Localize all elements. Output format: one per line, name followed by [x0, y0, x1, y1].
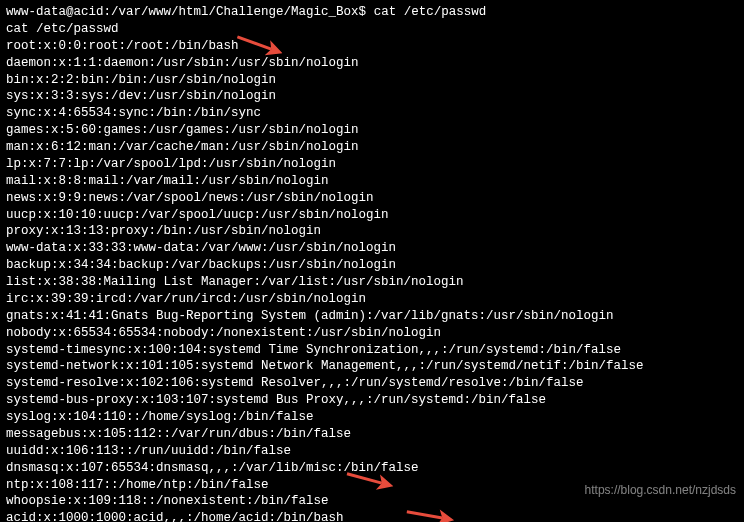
prompt-sep: $	[359, 4, 367, 21]
passwd-line: systemd-network:x:101:105:systemd Networ…	[6, 358, 738, 375]
passwd-line: irc:x:39:39:ircd:/var/run/ircd:/usr/sbin…	[6, 291, 738, 308]
passwd-line: sync:x:4:65534:sync:/bin:/bin/sync	[6, 105, 738, 122]
passwd-line: systemd-timesync:x:100:104:systemd Time …	[6, 342, 738, 359]
passwd-line: nobody:x:65534:65534:nobody:/nonexistent…	[6, 325, 738, 342]
passwd-line: www-data:x:33:33:www-data:/var/www:/usr/…	[6, 240, 738, 257]
prompt-space	[366, 4, 374, 21]
passwd-line: sys:x:3:3:sys:/dev:/usr/sbin/nologin	[6, 88, 738, 105]
passwd-line: systemd-resolve:x:102:106:systemd Resolv…	[6, 375, 738, 392]
passwd-line: root:x:0:0:root:/root:/bin/bash	[6, 38, 738, 55]
passwd-line: proxy:x:13:13:proxy:/bin:/usr/sbin/nolog…	[6, 223, 738, 240]
passwd-line: uuidd:x:106:113::/run/uuidd:/bin/false	[6, 443, 738, 460]
prompt-cwd: /var/www/html/Challenge/Magic_Box	[111, 4, 359, 21]
passwd-line: mail:x:8:8:mail:/var/mail:/usr/sbin/nolo…	[6, 173, 738, 190]
prompt-user-host: www-data@acid	[6, 4, 104, 21]
passwd-line: messagebus:x:105:112::/var/run/dbus:/bin…	[6, 426, 738, 443]
passwd-line: daemon:x:1:1:daemon:/usr/sbin:/usr/sbin/…	[6, 55, 738, 72]
passwd-line: bin:x:2:2:bin:/bin:/usr/sbin/nologin	[6, 72, 738, 89]
passwd-output: root:x:0:0:root:/root:/bin/bashdaemon:x:…	[6, 38, 738, 522]
passwd-line: games:x:5:60:games:/usr/games:/usr/sbin/…	[6, 122, 738, 139]
passwd-line: uucp:x:10:10:uucp:/var/spool/uucp:/usr/s…	[6, 207, 738, 224]
passwd-line: lp:x:7:7:lp:/var/spool/lpd:/usr/sbin/nol…	[6, 156, 738, 173]
prompt-line: www-data@acid:/var/www/html/Challenge/Ma…	[6, 4, 738, 21]
watermark-text: https://blog.csdn.net/nzjdsds	[585, 482, 736, 498]
passwd-line: syslog:x:104:110::/home/syslog:/bin/fals…	[6, 409, 738, 426]
passwd-line: systemd-bus-proxy:x:103:107:systemd Bus …	[6, 392, 738, 409]
passwd-line: man:x:6:12:man:/var/cache/man:/usr/sbin/…	[6, 139, 738, 156]
command-text: cat /etc/passwd	[374, 4, 487, 21]
passwd-line: backup:x:34:34:backup:/var/backups:/usr/…	[6, 257, 738, 274]
passwd-line: list:x:38:38:Mailing List Manager:/var/l…	[6, 274, 738, 291]
prompt-colon: :	[104, 4, 112, 21]
passwd-line: dnsmasq:x:107:65534:dnsmasq,,,:/var/lib/…	[6, 460, 738, 477]
passwd-line: acid:x:1000:1000:acid,,,:/home/acid:/bin…	[6, 510, 738, 522]
passwd-line: news:x:9:9:news:/var/spool/news:/usr/sbi…	[6, 190, 738, 207]
echo-line: cat /etc/passwd	[6, 21, 738, 38]
passwd-line: gnats:x:41:41:Gnats Bug-Reporting System…	[6, 308, 738, 325]
